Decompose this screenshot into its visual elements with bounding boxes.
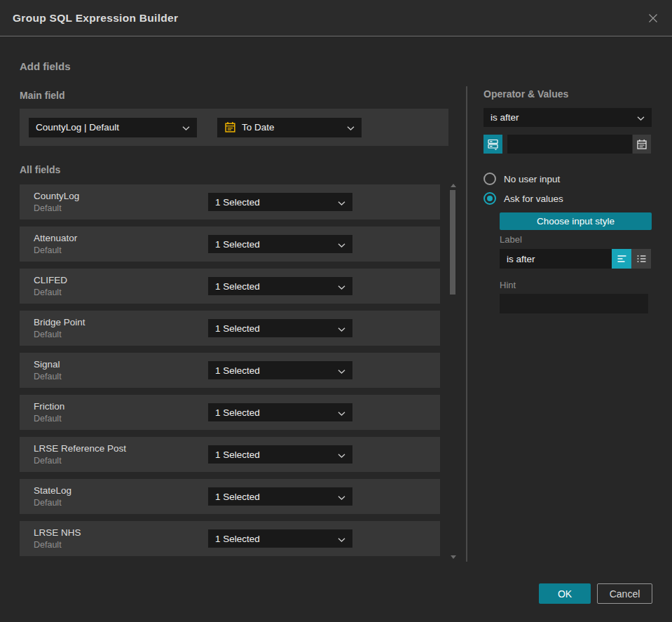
selected-count: 1 Selected <box>215 239 332 250</box>
radio-checked-icon <box>484 192 496 205</box>
field-row-selected-dropdown[interactable]: 1 Selected <box>208 319 352 337</box>
main-field-panel: CountyLog | Default To Date <box>20 109 448 146</box>
selected-count: 1 Selected <box>215 492 332 502</box>
field-row-selected-dropdown[interactable]: 1 Selected <box>208 193 352 211</box>
main-field-dropdown[interactable]: CountyLog | Default <box>29 118 197 137</box>
textbox-style-button[interactable] <box>612 249 631 269</box>
chevron-down-icon <box>338 449 345 460</box>
ask-for-values-label: Ask for values <box>504 194 563 204</box>
no-user-input-label: No user input <box>504 174 560 184</box>
chevron-down-icon <box>338 407 345 418</box>
field-row-attenuator: Attenuator Default 1 Selected <box>20 227 440 262</box>
dialog-title: Group SQL Expression Builder <box>13 12 178 25</box>
chevron-down-icon <box>347 122 355 133</box>
field-row-signal: Signal Default 1 Selected <box>20 353 440 388</box>
selected-count: 1 Selected <box>215 449 332 460</box>
unique-values-button[interactable] <box>484 135 502 154</box>
field-row-lrse-reference-post: LRSE Reference Post Default 1 Selected <box>20 437 440 472</box>
main-field-label: Main field <box>20 90 65 101</box>
calendar-icon <box>224 121 236 133</box>
all-fields-list: CountyLog Default 1 Selected Attenuator … <box>20 184 440 563</box>
selected-count: 1 Selected <box>215 534 332 544</box>
bulleted-list-icon <box>636 255 647 264</box>
field-row-statelog: StateLog Default 1 Selected <box>20 479 440 514</box>
field-row-clifed: CLIFED Default 1 Selected <box>20 269 440 304</box>
chevron-down-icon <box>338 281 345 292</box>
close-icon[interactable] <box>647 12 659 25</box>
dialog-titlebar: Group SQL Expression Builder <box>0 0 672 36</box>
chevron-down-icon <box>637 112 645 123</box>
chevron-down-icon <box>338 197 345 208</box>
date-picker-button[interactable] <box>633 135 651 154</box>
radio-unchecked-icon <box>484 173 496 185</box>
cancel-button[interactable]: Cancel <box>597 583 652 604</box>
hint-field-label: Hint <box>500 280 516 290</box>
field-row-selected-dropdown[interactable]: 1 Selected <box>208 403 352 421</box>
selected-count: 1 Selected <box>215 281 332 292</box>
calendar-icon <box>636 139 647 150</box>
stacked-values-icon <box>487 138 499 150</box>
panel-divider <box>466 86 467 562</box>
selected-count: 1 Selected <box>215 407 332 418</box>
scrollbar-down-arrow[interactable] <box>451 555 456 559</box>
ok-button[interactable]: OK <box>539 583 591 604</box>
chevron-down-icon <box>338 323 345 334</box>
field-row-selected-dropdown[interactable]: 1 Selected <box>208 277 352 295</box>
field-row-selected-dropdown[interactable]: 1 Selected <box>208 529 352 548</box>
field-type-dropdown-value: To Date <box>242 122 341 133</box>
field-row-countylog: CountyLog Default 1 Selected <box>20 184 440 219</box>
field-row-selected-dropdown[interactable]: 1 Selected <box>208 235 352 253</box>
selected-count: 1 Selected <box>215 365 332 376</box>
main-field-dropdown-value: CountyLog | Default <box>36 122 177 133</box>
chevron-down-icon <box>338 534 345 544</box>
align-left-icon <box>617 255 627 264</box>
label-input[interactable] <box>500 249 612 269</box>
field-row-friction: Friction Default 1 Selected <box>20 395 440 430</box>
selected-count: 1 Selected <box>215 197 332 208</box>
operator-dropdown-value: is after <box>491 112 631 123</box>
ask-for-values-radio[interactable]: Ask for values <box>484 192 563 205</box>
chevron-down-icon <box>338 239 345 250</box>
operator-dropdown[interactable]: is after <box>484 108 652 127</box>
scrollbar-thumb[interactable] <box>450 190 455 295</box>
field-type-dropdown[interactable]: To Date <box>217 118 362 137</box>
chevron-down-icon <box>182 122 190 133</box>
chevron-down-icon <box>338 365 345 376</box>
field-row-lrse-nhs: LRSE NHS Default 1 Selected <box>20 521 440 556</box>
hint-input[interactable] <box>500 294 648 313</box>
field-row-selected-dropdown[interactable]: 1 Selected <box>208 361 352 379</box>
operator-values-heading: Operator & Values <box>484 88 568 100</box>
scrollbar-up-arrow[interactable] <box>451 184 456 187</box>
value-input[interactable] <box>507 135 632 154</box>
field-row-bridge-point: Bridge Point Default 1 Selected <box>20 311 440 346</box>
no-user-input-radio[interactable]: No user input <box>484 173 560 185</box>
selected-count: 1 Selected <box>215 323 332 334</box>
label-field-label: Label <box>500 234 522 245</box>
field-row-selected-dropdown[interactable]: 1 Selected <box>208 445 352 464</box>
field-row-selected-dropdown[interactable]: 1 Selected <box>208 487 352 506</box>
chevron-down-icon <box>338 492 345 502</box>
add-fields-heading: Add fields <box>20 60 71 72</box>
list-style-button[interactable] <box>631 249 651 269</box>
all-fields-label: All fields <box>20 164 60 175</box>
choose-input-style-button[interactable]: Choose input style <box>500 212 652 230</box>
group-sql-expression-builder-dialog: Group SQL Expression Builder Add fields … <box>0 0 672 622</box>
